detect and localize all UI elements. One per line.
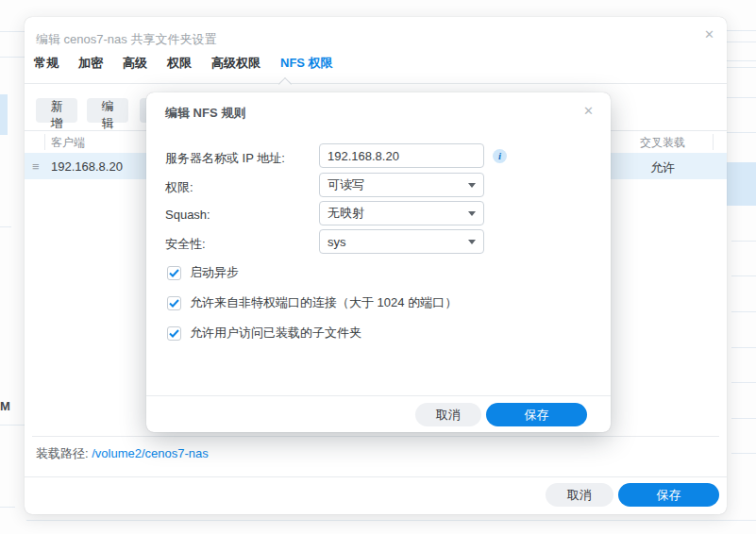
tab-bar: 常规 加密 高级 权限 高级权限 NFS 权限	[34, 55, 333, 72]
info-icon[interactable]: i	[493, 149, 507, 163]
add-button[interactable]: 新增	[36, 98, 77, 123]
edit-nfs-rule-dialog: 编辑 NFS 规则 ✕ 服务器名称或 IP 地址: i 权限: 可读写 Squa…	[146, 92, 611, 432]
security-label: 安全性:	[165, 236, 206, 253]
modal-footer-divider	[146, 395, 611, 396]
background-line	[727, 30, 756, 31]
background-line	[0, 31, 25, 32]
tab-permissions[interactable]: 权限	[167, 55, 192, 72]
modal-save-button[interactable]: 保存	[486, 403, 587, 426]
background-line	[731, 311, 756, 312]
background-line	[731, 418, 756, 419]
server-label: 服务器名称或 IP 地址:	[165, 150, 285, 167]
edit-button[interactable]: 编辑	[87, 98, 128, 123]
privilege-select[interactable]: 可读写	[319, 173, 484, 197]
background-row-highlight	[0, 94, 8, 135]
chevron-down-icon	[468, 240, 476, 244]
tab-advanced[interactable]: 高级	[123, 55, 147, 72]
mount-path-value: /volume2/cenos7-nas	[92, 446, 209, 460]
squash-label: Squash:	[165, 208, 210, 222]
background-line	[0, 425, 25, 426]
mount-path-row: 装载路径: /volume2/cenos7-nas	[36, 445, 209, 462]
security-select[interactable]: sys	[319, 229, 484, 254]
background-line	[26, 520, 756, 521]
checkbox-checked-icon	[167, 326, 181, 341]
row-client-value: 192.168.8.20	[51, 159, 123, 174]
tab-separator	[25, 83, 727, 84]
close-icon[interactable]: ✕	[704, 28, 714, 41]
footer-divider	[25, 476, 727, 477]
squash-value: 无映射	[328, 205, 364, 222]
column-divider	[44, 134, 45, 150]
cancel-button[interactable]: 取消	[546, 483, 613, 507]
background-line	[731, 382, 756, 383]
background-line	[731, 453, 756, 454]
background-line	[0, 226, 11, 227]
checkbox-enable-async[interactable]: 启动异步	[167, 264, 239, 281]
background-line	[731, 275, 756, 276]
background-line	[0, 507, 15, 508]
checkbox-label: 启动异步	[190, 264, 239, 281]
save-button[interactable]: 保存	[618, 483, 719, 507]
mount-path-label: 装载路径:	[36, 446, 89, 460]
tab-nfs-permissions[interactable]: NFS 权限	[280, 55, 333, 72]
tab-encryption[interactable]: 加密	[78, 55, 103, 72]
active-tab-notch	[278, 77, 292, 91]
background-line	[731, 347, 756, 348]
chevron-down-icon	[468, 183, 476, 188]
tab-general[interactable]: 常规	[34, 55, 59, 72]
security-value: sys	[328, 235, 346, 249]
server-input[interactable]	[319, 143, 484, 168]
row-crossmount-value: 允许	[615, 159, 710, 176]
dialog-title: 编辑 cenos7-nas 共享文件夹设置	[36, 31, 216, 48]
checkbox-checked-icon	[167, 296, 181, 310]
privilege-value: 可读写	[328, 176, 364, 193]
background-line	[727, 132, 756, 133]
modal-cancel-button[interactable]: 取消	[415, 403, 481, 426]
background-line	[727, 42, 756, 42]
background-line	[731, 241, 756, 242]
checkbox-access-mounted-subfolders[interactable]: 允许用户访问已装载的子文件夹	[167, 325, 361, 342]
background-line	[727, 67, 756, 68]
background-line	[727, 97, 756, 98]
column-divider	[713, 134, 714, 150]
checkbox-label: 允许来自非特权端口的连接（大于 1024 的端口）	[190, 294, 457, 311]
privilege-label: 权限:	[165, 179, 193, 196]
checkbox-label: 允许用户访问已装载的子文件夹	[190, 325, 361, 342]
chevron-down-icon	[468, 211, 476, 216]
background-line	[727, 60, 756, 61]
drag-handle-icon[interactable]: ≡	[32, 159, 40, 174]
column-header-client[interactable]: 客户端	[51, 135, 85, 151]
background-partial-text: M	[0, 399, 10, 413]
checkbox-nonprivileged-ports[interactable]: 允许来自非特权端口的连接（大于 1024 的端口）	[167, 294, 457, 311]
column-header-crossmount[interactable]: 交叉装载	[615, 135, 710, 151]
background-line	[0, 57, 25, 58]
squash-select[interactable]: 无映射	[319, 201, 484, 225]
modal-title: 编辑 NFS 规则	[165, 105, 245, 122]
close-icon[interactable]: ✕	[583, 105, 594, 117]
background-row-highlight	[727, 162, 756, 206]
checkbox-checked-icon	[167, 266, 181, 280]
divider	[32, 436, 719, 437]
tab-advanced-permissions[interactable]: 高级权限	[211, 55, 260, 72]
